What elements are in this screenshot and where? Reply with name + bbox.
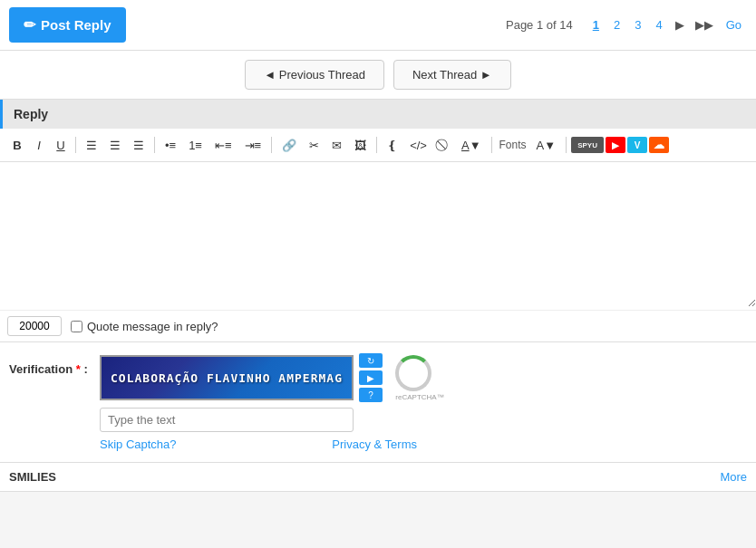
captcha-image: COLABORAÇÃO FLAVINHO AMPERMAG <box>100 355 354 400</box>
thread-nav: ◄ Previous Thread Next Thread ► <box>0 51 756 100</box>
sep-1 <box>75 137 76 153</box>
captcha-image-row: COLABORAÇÃO FLAVINHO AMPERMAG ↻ ▶ ? reCA… <box>100 353 451 402</box>
captcha-box: COLABORAÇÃO FLAVINHO AMPERMAG ↻ ▶ ? reCA… <box>100 353 451 451</box>
quote-label: Quote message in reply? <box>71 320 218 333</box>
quote-text: Quote message in reply? <box>87 320 218 333</box>
page-2-link[interactable]: 2 <box>608 16 625 34</box>
verification-row: Verification * : COLABORAÇÃO FLAVINHO AM… <box>9 353 747 451</box>
indent-less-button[interactable]: ⇤≡ <box>209 135 237 156</box>
list-bullet-button[interactable]: •≡ <box>160 135 181 156</box>
captcha-input[interactable] <box>100 408 354 432</box>
editor-textarea[interactable] <box>0 162 756 307</box>
indent-more-button[interactable]: ⇥≡ <box>239 135 267 156</box>
sep-5 <box>491 137 492 153</box>
captcha-refresh-button[interactable]: ↻ <box>359 353 383 368</box>
list-number-button[interactable]: 1≡ <box>183 135 208 156</box>
soundcloud-button[interactable]: ☁ <box>649 137 669 153</box>
editor-footer: Quote message in reply? <box>0 310 756 341</box>
sep-3 <box>271 137 272 153</box>
go-label: Go <box>721 16 747 34</box>
page-1-link[interactable]: 1 <box>587 16 605 34</box>
email-button[interactable]: ✉ <box>326 135 347 156</box>
post-reply-button[interactable]: ✏ Post Reply <box>9 7 126 43</box>
spyu-button[interactable]: SPYU <box>571 137 604 153</box>
align-center-button[interactable]: ☰ <box>104 135 126 156</box>
underline-button[interactable]: U <box>51 135 71 156</box>
privacy-terms-link[interactable]: Privacy & Terms <box>332 437 417 451</box>
editor-toolbar: B I U ☰ ☰ ☰ •≡ 1≡ ⇤≡ ⇥≡ 🔗 ✂ ✉ 🖼 ❴ </> ⃠ … <box>0 129 756 162</box>
recaptcha-label: reCAPTCHA™ <box>395 393 443 401</box>
captcha-controls: ↻ ▶ ? <box>359 353 383 402</box>
last-page-button[interactable]: ▶▶ <box>692 16 717 34</box>
sep-2 <box>154 137 155 153</box>
captcha-text: COLABORAÇÃO FLAVINHO AMPERMAG <box>111 371 343 385</box>
skip-captcha-link[interactable]: Skip Captcha? <box>100 437 177 451</box>
page-label: Page 1 of 14 <box>500 16 578 34</box>
previous-thread-button[interactable]: ◄ Previous Thread <box>245 60 384 90</box>
recaptcha-spinner <box>395 355 431 391</box>
unlink-button[interactable]: ✂ <box>304 135 325 156</box>
smilies-section: SMILIES More <box>0 463 756 492</box>
align-left-button[interactable]: ☰ <box>81 135 102 156</box>
required-marker: * <box>76 362 81 376</box>
verification-label: Verification * : <box>9 353 91 376</box>
vimeo-button[interactable]: V <box>627 137 647 153</box>
reply-header: Reply <box>0 100 756 129</box>
page-3-link[interactable]: 3 <box>629 16 646 34</box>
strike-button[interactable]: ⃠ <box>434 134 454 156</box>
next-thread-button[interactable]: Next Thread ► <box>393 60 511 90</box>
pagination-area: Page 1 of 14 1 2 3 4 ▶ ▶▶ Go <box>500 16 747 34</box>
sep-6 <box>566 137 567 153</box>
next-page-button[interactable]: ▶ <box>672 16 688 34</box>
reply-section: Reply B I U ☰ ☰ ☰ •≡ 1≡ ⇤≡ ⇥≡ 🔗 ✂ ✉ 🖼 ❴ … <box>0 100 756 342</box>
edit-icon: ✏ <box>24 16 35 34</box>
recaptcha-logo: reCAPTCHA™ <box>388 355 451 400</box>
italic-button[interactable]: I <box>29 135 49 156</box>
code-button[interactable]: </> <box>404 135 432 156</box>
smilies-more-link[interactable]: More <box>720 470 747 484</box>
page-4-link[interactable]: 4 <box>650 16 667 34</box>
captcha-audio-button[interactable]: ▶ <box>359 370 383 385</box>
verification-section: Verification * : COLABORAÇÃO FLAVINHO AM… <box>0 342 756 463</box>
captcha-links: Skip Captcha? Privacy & Terms <box>100 437 417 451</box>
top-bar: ✏ Post Reply Page 1 of 14 1 2 3 4 ▶ ▶▶ G… <box>0 0 756 51</box>
fonts-label: Fonts <box>497 139 529 151</box>
sep-4 <box>376 137 377 153</box>
word-count-input[interactable] <box>7 316 62 336</box>
image-button[interactable]: 🖼 <box>349 135 372 156</box>
align-right-button[interactable]: ☰ <box>128 135 150 156</box>
font-color-button[interactable]: A▼ <box>456 135 487 156</box>
youtube-button[interactable]: ▶ <box>606 137 625 153</box>
captcha-help-button[interactable]: ? <box>359 388 383 402</box>
smilies-label: SMILIES <box>9 470 56 484</box>
bold-button[interactable]: B <box>7 135 27 156</box>
post-reply-label: Post Reply <box>41 17 111 33</box>
link-button[interactable]: 🔗 <box>276 135 302 156</box>
quote-checkbox[interactable] <box>71 321 82 332</box>
blockquote-button[interactable]: ❴ <box>382 135 402 156</box>
highlight-button[interactable]: A▼ <box>531 135 562 156</box>
